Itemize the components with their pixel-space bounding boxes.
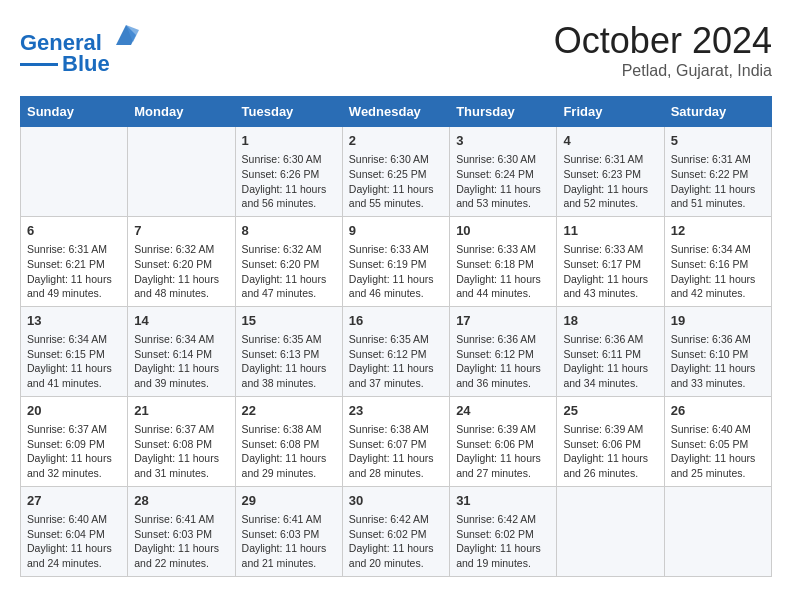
location-title: Petlad, Gujarat, India <box>554 62 772 80</box>
day-info: Sunrise: 6:40 AM Sunset: 6:04 PM Dayligh… <box>27 512 121 571</box>
day-info: Sunrise: 6:32 AM Sunset: 6:20 PM Dayligh… <box>134 242 228 301</box>
calendar-cell: 27Sunrise: 6:40 AM Sunset: 6:04 PM Dayli… <box>21 486 128 576</box>
calendar-week-row: 20Sunrise: 6:37 AM Sunset: 6:09 PM Dayli… <box>21 396 772 486</box>
calendar-cell: 4Sunrise: 6:31 AM Sunset: 6:23 PM Daylig… <box>557 127 664 217</box>
day-number: 21 <box>134 402 228 420</box>
day-info: Sunrise: 6:38 AM Sunset: 6:08 PM Dayligh… <box>242 422 336 481</box>
day-info: Sunrise: 6:40 AM Sunset: 6:05 PM Dayligh… <box>671 422 765 481</box>
day-info: Sunrise: 6:41 AM Sunset: 6:03 PM Dayligh… <box>242 512 336 571</box>
day-number: 28 <box>134 492 228 510</box>
weekday-header: Saturday <box>664 97 771 127</box>
calendar-week-row: 1Sunrise: 6:30 AM Sunset: 6:26 PM Daylig… <box>21 127 772 217</box>
calendar-cell <box>664 486 771 576</box>
day-number: 5 <box>671 132 765 150</box>
calendar-cell: 31Sunrise: 6:42 AM Sunset: 6:02 PM Dayli… <box>450 486 557 576</box>
calendar-cell: 3Sunrise: 6:30 AM Sunset: 6:24 PM Daylig… <box>450 127 557 217</box>
day-info: Sunrise: 6:37 AM Sunset: 6:09 PM Dayligh… <box>27 422 121 481</box>
day-info: Sunrise: 6:33 AM Sunset: 6:19 PM Dayligh… <box>349 242 443 301</box>
calendar-cell: 16Sunrise: 6:35 AM Sunset: 6:12 PM Dayli… <box>342 306 449 396</box>
day-info: Sunrise: 6:30 AM Sunset: 6:26 PM Dayligh… <box>242 152 336 211</box>
day-number: 18 <box>563 312 657 330</box>
day-number: 24 <box>456 402 550 420</box>
day-info: Sunrise: 6:38 AM Sunset: 6:07 PM Dayligh… <box>349 422 443 481</box>
day-number: 20 <box>27 402 121 420</box>
day-number: 29 <box>242 492 336 510</box>
calendar-cell: 14Sunrise: 6:34 AM Sunset: 6:14 PM Dayli… <box>128 306 235 396</box>
day-number: 25 <box>563 402 657 420</box>
calendar-cell: 10Sunrise: 6:33 AM Sunset: 6:18 PM Dayli… <box>450 216 557 306</box>
day-number: 1 <box>242 132 336 150</box>
day-info: Sunrise: 6:35 AM Sunset: 6:12 PM Dayligh… <box>349 332 443 391</box>
day-info: Sunrise: 6:39 AM Sunset: 6:06 PM Dayligh… <box>456 422 550 481</box>
day-number: 23 <box>349 402 443 420</box>
day-number: 30 <box>349 492 443 510</box>
calendar-cell: 2Sunrise: 6:30 AM Sunset: 6:25 PM Daylig… <box>342 127 449 217</box>
day-info: Sunrise: 6:35 AM Sunset: 6:13 PM Dayligh… <box>242 332 336 391</box>
day-number: 22 <box>242 402 336 420</box>
calendar-cell <box>21 127 128 217</box>
day-number: 15 <box>242 312 336 330</box>
calendar-cell: 30Sunrise: 6:42 AM Sunset: 6:02 PM Dayli… <box>342 486 449 576</box>
weekday-header: Wednesday <box>342 97 449 127</box>
calendar-week-row: 13Sunrise: 6:34 AM Sunset: 6:15 PM Dayli… <box>21 306 772 396</box>
day-info: Sunrise: 6:42 AM Sunset: 6:02 PM Dayligh… <box>349 512 443 571</box>
day-info: Sunrise: 6:41 AM Sunset: 6:03 PM Dayligh… <box>134 512 228 571</box>
day-info: Sunrise: 6:34 AM Sunset: 6:16 PM Dayligh… <box>671 242 765 301</box>
day-info: Sunrise: 6:30 AM Sunset: 6:24 PM Dayligh… <box>456 152 550 211</box>
calendar-cell: 12Sunrise: 6:34 AM Sunset: 6:16 PM Dayli… <box>664 216 771 306</box>
day-info: Sunrise: 6:39 AM Sunset: 6:06 PM Dayligh… <box>563 422 657 481</box>
calendar-cell: 18Sunrise: 6:36 AM Sunset: 6:11 PM Dayli… <box>557 306 664 396</box>
calendar-table: SundayMondayTuesdayWednesdayThursdayFrid… <box>20 96 772 577</box>
day-info: Sunrise: 6:36 AM Sunset: 6:10 PM Dayligh… <box>671 332 765 391</box>
calendar-cell: 8Sunrise: 6:32 AM Sunset: 6:20 PM Daylig… <box>235 216 342 306</box>
day-number: 8 <box>242 222 336 240</box>
day-number: 27 <box>27 492 121 510</box>
calendar-cell: 29Sunrise: 6:41 AM Sunset: 6:03 PM Dayli… <box>235 486 342 576</box>
day-number: 12 <box>671 222 765 240</box>
logo-icon <box>111 20 141 50</box>
day-number: 11 <box>563 222 657 240</box>
title-block: October 2024 Petlad, Gujarat, India <box>554 20 772 80</box>
calendar-cell: 22Sunrise: 6:38 AM Sunset: 6:08 PM Dayli… <box>235 396 342 486</box>
weekday-header: Sunday <box>21 97 128 127</box>
calendar-cell: 9Sunrise: 6:33 AM Sunset: 6:19 PM Daylig… <box>342 216 449 306</box>
day-info: Sunrise: 6:37 AM Sunset: 6:08 PM Dayligh… <box>134 422 228 481</box>
day-info: Sunrise: 6:30 AM Sunset: 6:25 PM Dayligh… <box>349 152 443 211</box>
calendar-cell: 6Sunrise: 6:31 AM Sunset: 6:21 PM Daylig… <box>21 216 128 306</box>
day-info: Sunrise: 6:31 AM Sunset: 6:21 PM Dayligh… <box>27 242 121 301</box>
day-number: 3 <box>456 132 550 150</box>
calendar-cell: 25Sunrise: 6:39 AM Sunset: 6:06 PM Dayli… <box>557 396 664 486</box>
calendar-cell <box>557 486 664 576</box>
month-title: October 2024 <box>554 20 772 62</box>
calendar-cell: 26Sunrise: 6:40 AM Sunset: 6:05 PM Dayli… <box>664 396 771 486</box>
calendar-week-row: 6Sunrise: 6:31 AM Sunset: 6:21 PM Daylig… <box>21 216 772 306</box>
day-number: 6 <box>27 222 121 240</box>
calendar-cell: 21Sunrise: 6:37 AM Sunset: 6:08 PM Dayli… <box>128 396 235 486</box>
day-number: 17 <box>456 312 550 330</box>
weekday-header: Monday <box>128 97 235 127</box>
calendar-cell: 13Sunrise: 6:34 AM Sunset: 6:15 PM Dayli… <box>21 306 128 396</box>
day-info: Sunrise: 6:34 AM Sunset: 6:15 PM Dayligh… <box>27 332 121 391</box>
calendar-cell: 1Sunrise: 6:30 AM Sunset: 6:26 PM Daylig… <box>235 127 342 217</box>
weekday-header: Tuesday <box>235 97 342 127</box>
calendar-cell: 17Sunrise: 6:36 AM Sunset: 6:12 PM Dayli… <box>450 306 557 396</box>
calendar-cell: 7Sunrise: 6:32 AM Sunset: 6:20 PM Daylig… <box>128 216 235 306</box>
day-number: 26 <box>671 402 765 420</box>
day-number: 31 <box>456 492 550 510</box>
calendar-cell: 24Sunrise: 6:39 AM Sunset: 6:06 PM Dayli… <box>450 396 557 486</box>
calendar-cell: 19Sunrise: 6:36 AM Sunset: 6:10 PM Dayli… <box>664 306 771 396</box>
calendar-cell: 11Sunrise: 6:33 AM Sunset: 6:17 PM Dayli… <box>557 216 664 306</box>
day-number: 2 <box>349 132 443 150</box>
day-info: Sunrise: 6:31 AM Sunset: 6:22 PM Dayligh… <box>671 152 765 211</box>
logo-blue: Blue <box>62 51 110 77</box>
calendar-cell: 5Sunrise: 6:31 AM Sunset: 6:22 PM Daylig… <box>664 127 771 217</box>
day-number: 13 <box>27 312 121 330</box>
calendar-cell: 15Sunrise: 6:35 AM Sunset: 6:13 PM Dayli… <box>235 306 342 396</box>
day-number: 10 <box>456 222 550 240</box>
day-number: 7 <box>134 222 228 240</box>
day-info: Sunrise: 6:34 AM Sunset: 6:14 PM Dayligh… <box>134 332 228 391</box>
day-info: Sunrise: 6:36 AM Sunset: 6:12 PM Dayligh… <box>456 332 550 391</box>
calendar-week-row: 27Sunrise: 6:40 AM Sunset: 6:04 PM Dayli… <box>21 486 772 576</box>
logo: General Blue <box>20 20 141 77</box>
calendar-cell: 23Sunrise: 6:38 AM Sunset: 6:07 PM Dayli… <box>342 396 449 486</box>
